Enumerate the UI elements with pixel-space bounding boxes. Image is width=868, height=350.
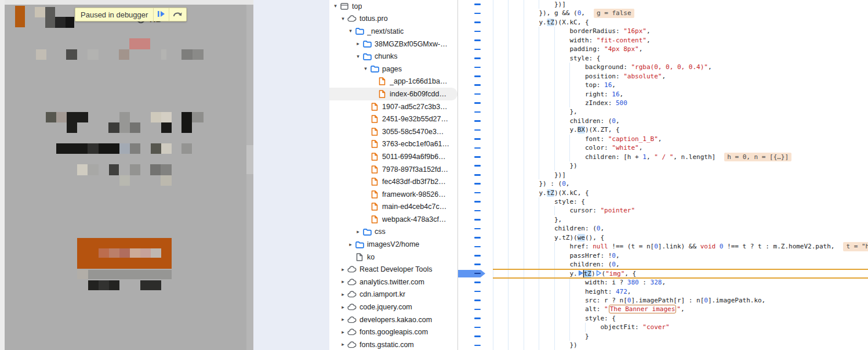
line-gutter[interactable] — [458, 206, 493, 215]
line-gutter[interactable] — [458, 233, 493, 242]
step-over-icon — [173, 10, 183, 19]
tree-item-css[interactable]: ▸css — [329, 226, 457, 239]
expanded-arrow-icon[interactable]: ▾ — [339, 16, 347, 21]
collapsed-arrow-icon[interactable]: ▸ — [339, 267, 347, 272]
tree-item-analytics-twitter-com[interactable]: ▸analytics.twitter.com — [329, 276, 457, 288]
tree-item-3055-58c5470e3[interactable]: 3055-58c5470e3… — [329, 125, 457, 138]
tree-item-main-ed4ceb4c7c[interactable]: main-ed4ceb4c7c… — [329, 201, 457, 214]
line-gutter[interactable] — [458, 189, 493, 197]
line-gutter[interactable] — [458, 72, 493, 81]
code-line: zIndex: 500 — [458, 99, 868, 107]
line-gutter[interactable] — [458, 81, 493, 89]
line-gutter[interactable] — [458, 54, 493, 63]
collapsed-arrow-icon[interactable]: ▸ — [354, 229, 362, 234]
collapsed-arrow-icon[interactable]: ▸ — [339, 317, 347, 322]
step-over-button[interactable] — [169, 8, 186, 21]
line-gutter[interactable] — [458, 18, 493, 27]
line-gutter[interactable] — [458, 99, 493, 107]
collapsed-arrow-icon[interactable]: ▸ — [347, 242, 354, 247]
line-gutter[interactable] — [458, 251, 493, 260]
tree-item-framework-98526[interactable]: framework-98526… — [329, 188, 457, 201]
line-gutter[interactable] — [458, 296, 493, 305]
tree-item-fonts-googleapis-com[interactable]: ▸fonts.googleapis.com — [329, 326, 457, 338]
line-gutter[interactable] — [458, 197, 493, 206]
line-gutter[interactable] — [458, 63, 493, 71]
line-gutter[interactable] — [458, 314, 493, 323]
line-gutter[interactable] — [458, 153, 493, 161]
line-gutter[interactable] — [458, 332, 493, 341]
line-number-dash — [474, 192, 481, 194]
tree-item-2451-9e32b55d27[interactable]: 2451-9e32b55d27… — [329, 113, 457, 125]
tree-item-app-1c66d1ba[interactable]: _app-1c66d1ba… — [329, 75, 457, 88]
tree-item-top[interactable]: ▾top — [329, 0, 457, 13]
line-gutter[interactable] — [458, 143, 493, 152]
line-gutter[interactable] — [458, 125, 493, 134]
tree-item-imagesv2-home[interactable]: ▸imagesV2/home — [329, 238, 457, 251]
tree-item-pages[interactable]: ▾pages — [329, 63, 457, 75]
line-gutter[interactable] — [458, 224, 493, 233]
line-gutter[interactable] — [458, 45, 493, 53]
line-gutter[interactable] — [458, 260, 493, 269]
collapsed-arrow-icon[interactable]: ▸ — [339, 342, 347, 347]
tree-item-1907-ad5c27c3b3[interactable]: 1907-ad5c27c3b3… — [329, 100, 457, 113]
line-gutter[interactable] — [458, 305, 493, 313]
line-gutter[interactable] — [458, 107, 493, 116]
expanded-arrow-icon[interactable]: ▾ — [354, 54, 362, 59]
line-number-dash — [474, 327, 481, 329]
expanded-arrow-icon[interactable]: ▾ — [362, 66, 369, 71]
tree-item-3763-ecbc1ef0a61[interactable]: 3763-ecbc1ef0a61… — [329, 138, 457, 151]
line-number-dash — [474, 210, 481, 212]
line-gutter[interactable] — [458, 242, 493, 251]
code-line: }, — [458, 215, 868, 224]
collapsed-arrow-icon[interactable]: ▸ — [339, 330, 347, 335]
collapsed-arrow-icon[interactable]: ▸ — [339, 292, 347, 297]
line-gutter[interactable] — [458, 269, 493, 278]
tree-item-fonts-gstatic-com[interactable]: ▸fonts.gstatic.com — [329, 338, 457, 350]
tree-item-chunks[interactable]: ▾chunks — [329, 50, 457, 63]
line-gutter[interactable] — [458, 0, 493, 9]
tree-item-cdn-iamport-kr[interactable]: ▸cdn.iamport.kr — [329, 288, 457, 301]
tree-item-totus-pro[interactable]: ▾totus.pro — [329, 13, 457, 26]
collapsed-arrow-icon[interactable]: ▸ — [354, 41, 362, 46]
code-line: style: { — [458, 197, 868, 206]
line-gutter[interactable] — [458, 90, 493, 99]
collapsed-arrow-icon[interactable]: ▸ — [339, 305, 347, 310]
page-content-block — [77, 164, 88, 175]
tree-item-ko[interactable]: ko — [329, 251, 457, 264]
line-gutter[interactable] — [458, 171, 493, 179]
line-gutter[interactable] — [458, 135, 493, 143]
tree-item-next-static[interactable]: ▾_next/static — [329, 25, 457, 38]
tree-item-7978-897f3a152fd[interactable]: 7978-897f3a152fd… — [329, 163, 457, 176]
navigator-tree: ▾top▾totus.pro▾_next/static▸38MGZBxf05GM… — [329, 0, 457, 350]
tree-item-38mgzbxf05gmxw[interactable]: ▸38MGZBxf05GMxw-… — [329, 38, 457, 50]
tree-item-developers-kakao-com[interactable]: ▸developers.kakao.com — [329, 313, 457, 326]
line-gutter[interactable] — [458, 9, 493, 17]
page-content-block — [88, 164, 99, 175]
tree-item-code-jquery-com[interactable]: ▸code.jquery.com — [329, 301, 457, 313]
tree-item-5011-6994a6f9b6[interactable]: 5011-6994a6f9b6… — [329, 150, 457, 163]
tree-item-index-6b09fcdd[interactable]: index-6b09fcdd… — [329, 88, 457, 100]
line-gutter[interactable] — [458, 287, 493, 296]
tree-item-label: chunks — [375, 52, 398, 60]
page-scrollbar-track[interactable] — [246, 5, 253, 350]
expanded-arrow-icon[interactable]: ▾ — [332, 3, 339, 9]
line-gutter[interactable] — [458, 117, 493, 125]
expanded-arrow-icon[interactable]: ▾ — [347, 28, 354, 34]
line-gutter[interactable] — [458, 278, 493, 287]
tree-item-fec483df-db3f7b2[interactable]: fec483df-db3f7b2… — [329, 175, 457, 188]
line-gutter[interactable] — [458, 27, 493, 35]
line-gutter[interactable] — [458, 179, 493, 188]
continue-to-here-marker-outline-icon[interactable] — [596, 270, 601, 276]
tree-item-webpack-478a3cf[interactable]: webpack-478a3cf… — [329, 213, 457, 226]
resume-script-button[interactable] — [154, 8, 169, 21]
code-line: background: "rgba(0, 0, 0, 0.4)", — [458, 63, 868, 71]
line-gutter[interactable] — [458, 341, 493, 349]
continue-to-here-marker-icon[interactable] — [578, 270, 583, 276]
line-gutter[interactable] — [458, 36, 493, 45]
line-gutter[interactable] — [458, 215, 493, 224]
line-gutter[interactable] — [458, 323, 493, 331]
line-gutter[interactable] — [458, 161, 493, 170]
tree-item-react-developer-tools[interactable]: ▸React Developer Tools — [329, 263, 457, 276]
line-number-dash — [474, 120, 481, 122]
collapsed-arrow-icon[interactable]: ▸ — [339, 279, 347, 284]
